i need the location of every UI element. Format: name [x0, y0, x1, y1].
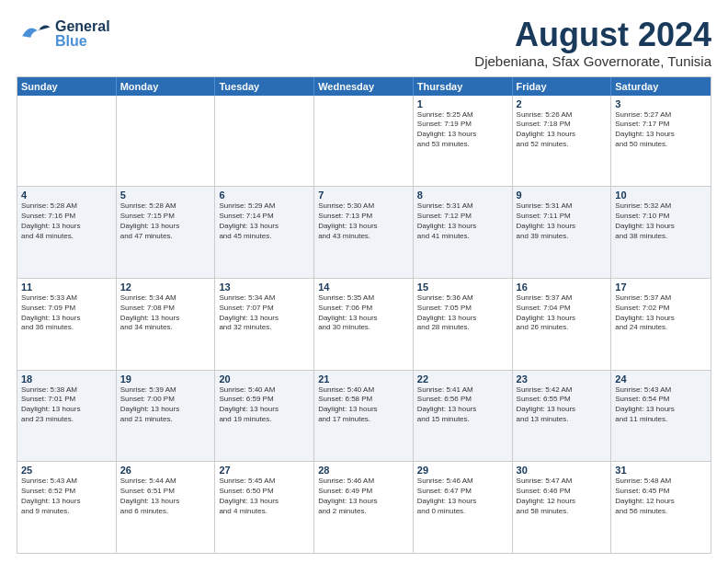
day-number-15: 15 [417, 282, 508, 293]
header: General Blue August 2024 Djebeniana, Sfa… [17, 17, 711, 69]
header-day-saturday: Saturday [611, 77, 711, 96]
day-number-20: 20 [219, 373, 310, 385]
page: General Blue August 2024 Djebeniana, Sfa… [0, 0, 728, 563]
logo-words: General Blue [55, 19, 110, 49]
day-number-2: 2 [517, 98, 608, 109]
day-number-17: 17 [615, 282, 707, 293]
cell-text-5: Sunrise: 5:28 AM Sunset: 7:15 PM Dayligh… [120, 201, 211, 241]
calendar-cell-28: 28Sunrise: 5:46 AM Sunset: 6:49 PM Dayli… [314, 462, 414, 553]
calendar-cell-19: 19Sunrise: 5:39 AM Sunset: 7:00 PM Dayli… [117, 371, 216, 462]
day-number-9: 9 [517, 190, 608, 201]
header-day-sunday: Sunday [17, 77, 117, 96]
calendar-header: SundayMondayTuesdayWednesdayThursdayFrid… [17, 77, 711, 96]
cell-text-3: Sunrise: 5:27 AM Sunset: 7:17 PM Dayligh… [615, 110, 707, 150]
cell-text-22: Sunrise: 5:41 AM Sunset: 6:56 PM Dayligh… [417, 385, 508, 425]
day-number-21: 21 [318, 373, 409, 385]
day-number-1: 1 [417, 98, 508, 109]
cell-text-13: Sunrise: 5:34 AM Sunset: 7:07 PM Dayligh… [219, 293, 310, 333]
day-number-3: 3 [615, 98, 707, 109]
header-day-thursday: Thursday [414, 77, 513, 96]
calendar-cell-31: 31Sunrise: 5:48 AM Sunset: 6:45 PM Dayli… [611, 462, 711, 553]
cell-text-21: Sunrise: 5:40 AM Sunset: 6:58 PM Dayligh… [318, 385, 409, 425]
day-number-24: 24 [615, 373, 707, 385]
cell-text-30: Sunrise: 5:47 AM Sunset: 6:46 PM Dayligh… [517, 477, 608, 516]
day-number-27: 27 [219, 465, 310, 476]
cell-text-19: Sunrise: 5:39 AM Sunset: 7:00 PM Dayligh… [120, 385, 211, 425]
calendar-row-4: 25Sunrise: 5:43 AM Sunset: 6:52 PM Dayli… [17, 462, 711, 553]
logo-general-text: General [55, 19, 110, 34]
day-number-13: 13 [219, 282, 310, 293]
calendar-cell-6: 6Sunrise: 5:29 AM Sunset: 7:14 PM Daylig… [215, 187, 314, 278]
calendar-cell-22: 22Sunrise: 5:41 AM Sunset: 6:56 PM Dayli… [414, 371, 513, 462]
calendar-cell-25: 25Sunrise: 5:43 AM Sunset: 6:52 PM Dayli… [17, 462, 117, 553]
svg-point-0 [38, 29, 40, 30]
cell-text-26: Sunrise: 5:44 AM Sunset: 6:51 PM Dayligh… [120, 477, 211, 516]
cell-text-14: Sunrise: 5:35 AM Sunset: 7:06 PM Dayligh… [318, 293, 409, 333]
header-day-wednesday: Wednesday [314, 77, 414, 96]
cell-text-17: Sunrise: 5:37 AM Sunset: 7:02 PM Dayligh… [615, 293, 707, 333]
day-number-6: 6 [219, 190, 310, 201]
day-number-5: 5 [120, 190, 211, 201]
header-day-monday: Monday [117, 77, 216, 96]
calendar-cell-11: 11Sunrise: 5:33 AM Sunset: 7:09 PM Dayli… [17, 279, 117, 370]
cell-text-20: Sunrise: 5:40 AM Sunset: 6:59 PM Dayligh… [219, 385, 310, 425]
cell-text-23: Sunrise: 5:42 AM Sunset: 6:55 PM Dayligh… [517, 385, 608, 425]
calendar-cell-empty [117, 96, 216, 187]
day-number-4: 4 [21, 190, 112, 201]
day-number-30: 30 [517, 465, 608, 476]
calendar-cell-10: 10Sunrise: 5:32 AM Sunset: 7:10 PM Dayli… [611, 187, 711, 278]
cell-text-15: Sunrise: 5:36 AM Sunset: 7:05 PM Dayligh… [417, 293, 508, 333]
day-number-11: 11 [21, 282, 112, 293]
cell-text-10: Sunrise: 5:32 AM Sunset: 7:10 PM Dayligh… [615, 201, 707, 241]
cell-text-27: Sunrise: 5:45 AM Sunset: 6:50 PM Dayligh… [219, 477, 310, 516]
calendar-row-2: 11Sunrise: 5:33 AM Sunset: 7:09 PM Dayli… [17, 279, 711, 371]
calendar-cell-17: 17Sunrise: 5:37 AM Sunset: 7:02 PM Dayli… [611, 279, 711, 370]
day-number-26: 26 [120, 465, 211, 476]
calendar-cell-29: 29Sunrise: 5:46 AM Sunset: 6:47 PM Dayli… [414, 462, 513, 553]
day-number-14: 14 [318, 282, 409, 293]
cell-text-31: Sunrise: 5:48 AM Sunset: 6:45 PM Dayligh… [615, 477, 707, 516]
day-number-7: 7 [318, 190, 409, 201]
calendar-row-1: 4Sunrise: 5:28 AM Sunset: 7:16 PM Daylig… [17, 187, 711, 279]
day-number-16: 16 [517, 282, 608, 293]
day-number-31: 31 [615, 465, 707, 476]
cell-text-16: Sunrise: 5:37 AM Sunset: 7:04 PM Dayligh… [517, 293, 608, 333]
cell-text-8: Sunrise: 5:31 AM Sunset: 7:12 PM Dayligh… [417, 201, 508, 241]
calendar-cell-21: 21Sunrise: 5:40 AM Sunset: 6:58 PM Dayli… [314, 371, 414, 462]
day-number-29: 29 [417, 465, 508, 476]
calendar-cell-4: 4Sunrise: 5:28 AM Sunset: 7:16 PM Daylig… [17, 187, 117, 278]
day-number-19: 19 [120, 373, 211, 385]
day-number-22: 22 [417, 373, 508, 385]
calendar-row-3: 18Sunrise: 5:38 AM Sunset: 7:01 PM Dayli… [17, 371, 711, 463]
cell-text-11: Sunrise: 5:33 AM Sunset: 7:09 PM Dayligh… [21, 293, 112, 333]
calendar-cell-18: 18Sunrise: 5:38 AM Sunset: 7:01 PM Dayli… [17, 371, 117, 462]
calendar-cell-7: 7Sunrise: 5:30 AM Sunset: 7:13 PM Daylig… [314, 187, 414, 278]
cell-text-2: Sunrise: 5:26 AM Sunset: 7:18 PM Dayligh… [517, 110, 608, 150]
calendar-cell-9: 9Sunrise: 5:31 AM Sunset: 7:11 PM Daylig… [513, 187, 612, 278]
calendar: SundayMondayTuesdayWednesdayThursdayFrid… [17, 76, 711, 554]
main-title: August 2024 [474, 17, 711, 53]
calendar-cell-2: 2Sunrise: 5:26 AM Sunset: 7:18 PM Daylig… [513, 96, 612, 187]
cell-text-6: Sunrise: 5:29 AM Sunset: 7:14 PM Dayligh… [219, 201, 310, 241]
cell-text-24: Sunrise: 5:43 AM Sunset: 6:54 PM Dayligh… [615, 385, 707, 425]
calendar-cell-20: 20Sunrise: 5:40 AM Sunset: 6:59 PM Dayli… [215, 371, 314, 462]
calendar-cell-16: 16Sunrise: 5:37 AM Sunset: 7:04 PM Dayli… [513, 279, 612, 370]
calendar-body: 1Sunrise: 5:25 AM Sunset: 7:19 PM Daylig… [17, 96, 711, 553]
cell-text-7: Sunrise: 5:30 AM Sunset: 7:13 PM Dayligh… [318, 201, 409, 241]
subtitle: Djebeniana, Sfax Governorate, Tunisia [474, 53, 711, 69]
calendar-cell-30: 30Sunrise: 5:47 AM Sunset: 6:46 PM Dayli… [513, 462, 612, 553]
header-day-tuesday: Tuesday [215, 77, 314, 96]
calendar-cell-24: 24Sunrise: 5:43 AM Sunset: 6:54 PM Dayli… [611, 371, 711, 462]
calendar-cell-15: 15Sunrise: 5:36 AM Sunset: 7:05 PM Dayli… [414, 279, 513, 370]
calendar-cell-23: 23Sunrise: 5:42 AM Sunset: 6:55 PM Dayli… [513, 371, 612, 462]
cell-text-28: Sunrise: 5:46 AM Sunset: 6:49 PM Dayligh… [318, 477, 409, 516]
title-block: August 2024 Djebeniana, Sfax Governorate… [474, 17, 711, 69]
day-number-12: 12 [120, 282, 211, 293]
calendar-cell-14: 14Sunrise: 5:35 AM Sunset: 7:06 PM Dayli… [314, 279, 414, 370]
calendar-cell-3: 3Sunrise: 5:27 AM Sunset: 7:17 PM Daylig… [611, 96, 711, 187]
calendar-cell-12: 12Sunrise: 5:34 AM Sunset: 7:08 PM Dayli… [117, 279, 216, 370]
calendar-cell-13: 13Sunrise: 5:34 AM Sunset: 7:07 PM Dayli… [215, 279, 314, 370]
calendar-cell-empty [215, 96, 314, 187]
logo-icon [17, 17, 51, 52]
calendar-cell-5: 5Sunrise: 5:28 AM Sunset: 7:15 PM Daylig… [117, 187, 216, 278]
